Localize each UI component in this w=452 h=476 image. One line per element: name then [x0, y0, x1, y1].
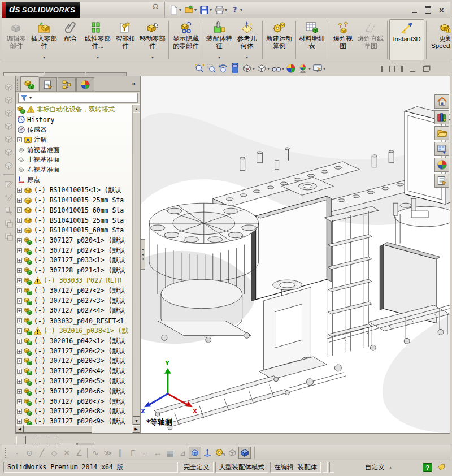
restore-button[interactable] — [423, 5, 433, 15]
expand-icon[interactable]: + — [17, 349, 22, 354]
view-cube-bottom-button[interactable] — [3, 146, 14, 158]
section-view-button[interactable]: ▾ — [229, 63, 241, 74]
expand-icon[interactable]: + — [17, 339, 22, 344]
bill-of-materials-button[interactable]: 材料明细表 ▾ — [298, 19, 326, 60]
last-tab-button[interactable] — [47, 436, 56, 444]
dropdown-arrow-icon[interactable]: ▾ — [225, 7, 227, 12]
menu-tools[interactable] — [121, 7, 131, 12]
copy-tool-button[interactable] — [3, 218, 14, 229]
previous-tab-button[interactable] — [27, 436, 36, 444]
dropdown-arrow-icon[interactable]: ▾ — [240, 7, 242, 12]
tree-item[interactable]: + (-) 307127_p020<1> (默认 — [16, 235, 132, 245]
zoom-to-area-button[interactable]: ▾ — [206, 63, 217, 74]
graphics-viewport[interactable]: Y X Z *等轴测 ◂◂◂ — [141, 76, 450, 434]
tree-item[interactable]: + (-) 307127_p033<1> (默认 — [16, 256, 132, 266]
show-hidden-components-button[interactable]: 显示隐藏的零部件 ▾ — [171, 19, 201, 60]
toolbar-grip[interactable] — [5, 448, 7, 458]
dropdown-arrow-icon[interactable]: ▾ — [308, 66, 311, 71]
taskpane-view-palette-tab[interactable] — [434, 142, 449, 156]
menu-view[interactable] — [103, 7, 112, 12]
next-tab-button[interactable] — [37, 436, 46, 444]
tree-horizontal-scrollbar[interactable]: ◀ ▶ — [16, 425, 140, 433]
tree-item[interactable]: + (-) 307127_p027<2> (默认 — [16, 285, 132, 296]
exploded-view-button[interactable]: 爆炸视图 ▾ — [330, 19, 356, 60]
snap-center-button[interactable]: ⊙ — [23, 447, 36, 459]
dropdown-arrow-icon[interactable]: ▾ — [179, 7, 181, 12]
tree-vertical-scrollbar[interactable]: ▲ ▼ — [132, 105, 140, 425]
snap-grid-button[interactable]: ▦ — [164, 447, 176, 459]
expand-icon[interactable]: + — [17, 389, 22, 394]
expand-icon[interactable]: + — [17, 308, 22, 313]
scroll-thumb[interactable] — [24, 425, 92, 433]
snap-perpendicular-button[interactable]: Γ — [127, 447, 139, 459]
dropdown-arrow-icon[interactable]: ▾ — [282, 66, 284, 71]
tree-item[interactable]: + 原点 — [16, 175, 132, 185]
expand-icon[interactable]: + — [17, 409, 22, 414]
tree-item[interactable]: + 注解 — [16, 135, 132, 145]
explode-line-sketch-button[interactable]: 爆炸直线草图 ▾ — [356, 19, 385, 60]
sketch-tool-button[interactable] — [3, 179, 14, 190]
dropdown-arrow-icon[interactable]: ▾ — [151, 55, 154, 60]
view-orientation-button[interactable]: ▾ — [241, 63, 255, 74]
tree-item[interactable]: + (-) 307127_p020<9> (默认 — [16, 417, 132, 425]
scroll-right-icon[interactable]: ▶ — [132, 425, 140, 433]
minimize-button[interactable] — [409, 5, 420, 15]
tag-icon[interactable] — [434, 462, 449, 473]
insert-component-button[interactable]: 插入零部件 ▾ — [30, 19, 58, 60]
expand-icon[interactable]: + — [17, 278, 22, 283]
display-style-button[interactable]: ▾ — [256, 63, 270, 74]
expand-icon[interactable]: + — [17, 288, 22, 293]
fm-tabs-overflow-button[interactable]: » — [132, 80, 136, 88]
expand-icon[interactable]: + — [17, 328, 22, 334]
filter-dropdown-arrow-icon[interactable]: ▾ — [29, 96, 32, 101]
print-button[interactable]: ▾ — [214, 4, 229, 16]
panel-grip[interactable] — [17, 79, 19, 90]
dropdown-arrow-icon[interactable]: ▾ — [323, 66, 325, 71]
tree-item[interactable]: + (-) BS10410015_60mm Sta — [16, 226, 132, 236]
view-cube-front-button[interactable] — [3, 81, 14, 93]
expand-icon[interactable]: + — [17, 419, 22, 424]
menu-help[interactable] — [140, 7, 149, 12]
menu-insert[interactable] — [112, 7, 121, 12]
reference-geometry-button[interactable]: 参考几何体 ▾ — [233, 19, 260, 60]
tree-item[interactable]: + (-) 307127_p020<5> (默认 — [16, 377, 132, 387]
close-button[interactable]: × — [436, 5, 447, 15]
dropdown-arrow-icon[interactable]: ▾ — [210, 7, 212, 12]
dropdown-arrow-icon[interactable]: ▾ — [218, 55, 220, 60]
displaymanager-tab[interactable] — [76, 77, 94, 91]
tree-item[interactable]: + (-) 307127_p020<2> (默认 — [16, 346, 132, 356]
apply-scene-button[interactable]: ▾ — [297, 63, 311, 74]
snap-tangent-button[interactable]: ∿ — [89, 447, 102, 459]
panel-splitter-handle[interactable]: ◂◂◂ — [141, 239, 145, 270]
snap-hv-button[interactable]: ⌐ — [139, 447, 151, 459]
snap-nearest-button[interactable]: ≫ — [102, 447, 114, 459]
add-sketch-button[interactable] — [3, 192, 14, 203]
menu-pin-icon[interactable]: ☊ — [151, 2, 160, 11]
tree-item[interactable]: + (-) BS10410015_25mm Sta — [16, 215, 132, 226]
tree-item[interactable]: + (-) 302016_p038<1> (默 — [16, 326, 132, 336]
new-motion-study-button[interactable]: 新建运动算例 ▾ — [264, 19, 294, 60]
tree-item[interactable]: + 右视基准面 — [16, 165, 132, 175]
dropdown-arrow-icon[interactable]: ▾ — [246, 55, 248, 60]
filter-axes-button[interactable] — [201, 447, 214, 459]
scroll-down-icon[interactable]: ▼ — [133, 417, 140, 425]
expand-icon[interactable]: + — [17, 298, 22, 304]
expand-icon[interactable]: + — [17, 268, 22, 273]
taskpane-file-explorer-tab[interactable] — [434, 126, 449, 140]
first-tab-button[interactable] — [16, 436, 26, 444]
document-minimize-button[interactable] — [407, 64, 418, 73]
expand-icon[interactable]: + — [17, 248, 22, 253]
dropdown-arrow-icon[interactable]: ▾ — [97, 55, 99, 60]
menu-window[interactable] — [131, 7, 140, 12]
taskpane-appearances-tab[interactable] — [434, 158, 449, 172]
dropdown-arrow-icon[interactable]: ▴ — [389, 465, 392, 470]
view-settings-button[interactable]: ▾ — [312, 63, 326, 74]
snap-angle-snap-button[interactable]: ⊿ — [176, 447, 189, 459]
tree-item[interactable]: + (-) 307127_p027<3> (默认 — [16, 296, 132, 306]
scroll-up-icon[interactable]: ▲ — [133, 105, 140, 112]
expand-icon[interactable]: + — [17, 318, 22, 323]
smart-fasteners-button[interactable]: 智能扣件 ▾ — [112, 19, 138, 60]
tree-item[interactable]: + (-) 303032_p040_RESET<1 — [16, 316, 132, 326]
open-document-button[interactable]: ▾ — [184, 4, 198, 16]
quick-measure-button[interactable] — [214, 447, 226, 459]
